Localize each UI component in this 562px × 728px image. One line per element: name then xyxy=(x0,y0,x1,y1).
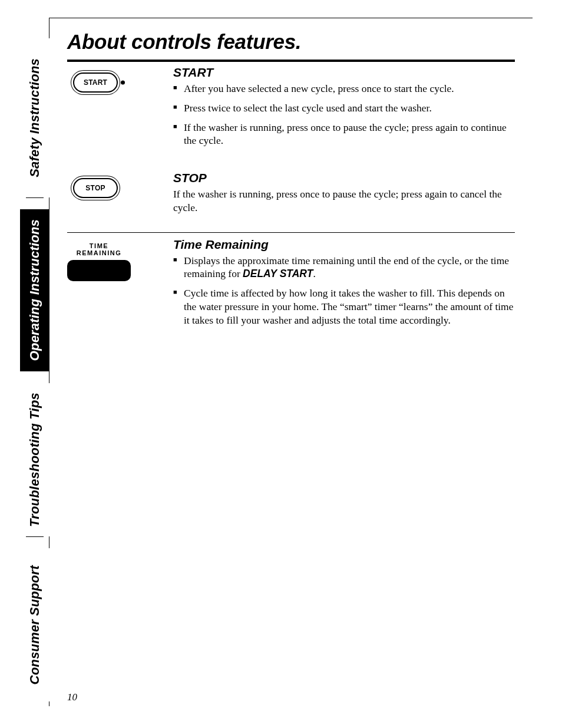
feature-time-remaining: Time Remaining Time Remaining Displays t… xyxy=(67,238,515,333)
feature-body: START After you have selected a new cycl… xyxy=(173,65,515,153)
time-remaining-label-icon: Time Remaining xyxy=(67,242,131,256)
bullet-item: If the washer is running, press once to … xyxy=(173,121,515,148)
feature-icon-col: Time Remaining xyxy=(67,238,173,281)
sidebar-tab-safety-instructions: Safety Instructions xyxy=(20,38,49,197)
feature-stop: Stop STOP If the washer is running, pres… xyxy=(67,171,515,215)
feature-bullet-list: After you have selected a new cycle, pre… xyxy=(173,82,515,147)
sidebar-tab-label: Operating Instructions xyxy=(27,219,42,361)
button-icon-label: Start xyxy=(84,78,107,87)
feature-paragraph: If the washer is running, press once to … xyxy=(173,187,515,215)
feature-body: Time Remaining Displays the approximate … xyxy=(173,238,515,333)
bold-inline: DELAY START xyxy=(243,268,313,279)
sidebar-tab-consumer-support: Consumer Support xyxy=(20,548,49,701)
stop-button-icon: Stop xyxy=(71,176,120,200)
bullet-text: Displays the approximate time remaining … xyxy=(184,255,509,280)
feature-start: Start START After you have selected a ne… xyxy=(67,65,515,153)
sidebar-divider xyxy=(26,197,44,198)
feature-icon-col: Start xyxy=(67,65,173,95)
content-area: About controls features. Start START Aft… xyxy=(49,18,533,350)
sidebar-tab-troubleshooting-tips: Troubleshooting Tips xyxy=(20,383,49,536)
feature-bullet-list: Displays the approximate time remaining … xyxy=(173,254,515,327)
feature-body: STOP If the washer is running, press onc… xyxy=(173,171,515,215)
sidebar-tabs: Safety Instructions Operating Instructio… xyxy=(20,18,49,706)
sidebar-tab-operating-instructions: Operating Instructions xyxy=(20,209,49,371)
bullet-item: Press twice to select the last cycle use… xyxy=(173,101,515,115)
sidebar-tab-label: Safety Instructions xyxy=(27,58,42,177)
page-title: About controls features. xyxy=(67,30,515,54)
feature-heading: START xyxy=(173,65,515,80)
led-indicator-icon xyxy=(121,81,125,85)
manual-page: Safety Instructions Operating Instructio… xyxy=(0,0,562,728)
feature-heading: Time Remaining xyxy=(173,238,515,252)
feature-icon-col: Stop xyxy=(67,171,173,200)
bullet-item: Cycle time is affected by how long it ta… xyxy=(173,286,515,327)
start-button-icon: Start xyxy=(71,70,120,95)
bullet-text: . xyxy=(313,268,315,279)
button-icon-label: Stop xyxy=(85,184,105,192)
page-number: 10 xyxy=(67,691,77,703)
section-rule-thin xyxy=(67,232,515,233)
bullet-item: Displays the approximate time remaining … xyxy=(173,254,515,281)
sidebar-tab-label: Troubleshooting Tips xyxy=(27,393,42,527)
section-rule-thick xyxy=(67,60,515,62)
feature-heading: STOP xyxy=(173,171,515,185)
sidebar-tab-label: Consumer Support xyxy=(27,565,42,684)
sidebar-divider xyxy=(26,536,44,537)
bullet-item: After you have selected a new cycle, pre… xyxy=(173,82,515,95)
time-remaining-display-icon xyxy=(67,260,131,281)
